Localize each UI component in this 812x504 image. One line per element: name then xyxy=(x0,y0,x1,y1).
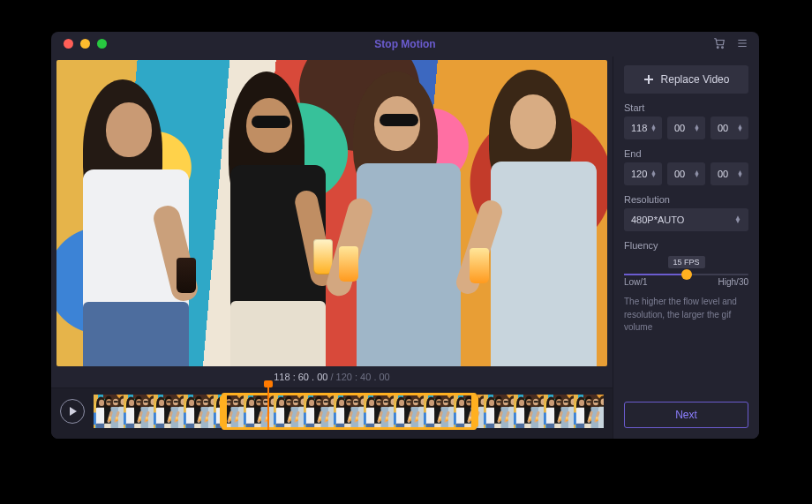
main-area: 118 : 60 . 00 / 120 : 40 . 00 xyxy=(51,56,613,439)
resolution-select[interactable]: 480P*AUTO ▲▼ xyxy=(624,208,748,231)
timeline-frame[interactable] xyxy=(514,395,544,428)
timeline-frame[interactable] xyxy=(394,395,424,428)
video-preview[interactable] xyxy=(56,60,607,366)
resolution-value: 480P*AUTO xyxy=(631,214,684,225)
fluency-slider[interactable]: 15 FPS xyxy=(624,260,748,279)
end-minutes-stepper[interactable]: 00▲▼ xyxy=(667,162,705,185)
replace-video-label: Replace Video xyxy=(661,73,730,86)
timeline-frame[interactable] xyxy=(304,395,334,428)
timeline-strip[interactable] xyxy=(94,395,604,428)
end-label: End xyxy=(624,148,748,159)
hint-text: The higher the flow level and resolution… xyxy=(624,296,748,335)
close-button[interactable] xyxy=(64,39,73,49)
fps-badge: 15 FPS xyxy=(667,256,704,268)
timeline-frame[interactable] xyxy=(154,395,184,428)
total-duration: 120 : 40 . 00 xyxy=(336,372,390,382)
svg-point-0 xyxy=(717,47,718,49)
current-time: 118 : 60 . 00 xyxy=(274,372,327,382)
minimize-button[interactable] xyxy=(80,39,90,49)
timeline-frame[interactable] xyxy=(214,395,244,428)
end-hours-stepper[interactable]: 120▲▼ xyxy=(624,162,662,185)
play-button[interactable] xyxy=(60,399,85,424)
slider-thumb[interactable] xyxy=(681,269,692,280)
replace-video-button[interactable]: Replace Video xyxy=(624,65,748,94)
start-seconds-stepper[interactable]: 00▲▼ xyxy=(710,117,748,139)
svg-marker-5 xyxy=(70,407,77,416)
plus-icon xyxy=(643,74,654,85)
timeline-frame[interactable] xyxy=(424,395,454,428)
timeline-frame[interactable] xyxy=(274,395,304,428)
timeline-frame[interactable] xyxy=(544,395,574,428)
titlebar: Stop Motion xyxy=(51,32,759,56)
timeline-frame[interactable] xyxy=(184,395,214,428)
timeline-frame[interactable] xyxy=(124,395,154,428)
next-button[interactable]: Next xyxy=(624,402,748,428)
playhead[interactable] xyxy=(267,386,269,430)
time-display: 118 : 60 . 00 / 120 : 40 . 00 xyxy=(51,372,613,387)
timeline-frame[interactable] xyxy=(574,395,604,428)
resolution-label: Resolution xyxy=(624,194,748,205)
app-title: Stop Motion xyxy=(51,38,759,50)
hamburger-icon[interactable] xyxy=(736,37,748,53)
fluency-label: Fluency xyxy=(624,240,748,251)
start-hours-stepper[interactable]: 118▲▼ xyxy=(624,117,662,139)
timeline-frame[interactable] xyxy=(484,395,514,428)
timeline-row xyxy=(51,387,613,439)
start-minutes-stepper[interactable]: 00▲▼ xyxy=(667,117,705,139)
side-panel: Replace Video Start 118▲▼ 00▲▼ 00▲▼ End … xyxy=(613,56,759,439)
svg-point-1 xyxy=(722,47,724,49)
app-window: Stop Motion xyxy=(51,32,759,439)
timeline-frame[interactable] xyxy=(454,395,484,428)
chevron-updown-icon: ▲▼ xyxy=(734,216,741,223)
timeline-frame[interactable] xyxy=(364,395,394,428)
timeline-frame[interactable] xyxy=(334,395,364,428)
cart-icon[interactable] xyxy=(713,37,726,53)
maximize-button[interactable] xyxy=(97,39,107,49)
timeline-frame[interactable] xyxy=(244,395,274,428)
timeline-frame[interactable] xyxy=(94,395,124,428)
start-label: Start xyxy=(624,102,748,113)
end-seconds-stepper[interactable]: 00▲▼ xyxy=(710,162,748,185)
window-controls xyxy=(64,39,107,49)
